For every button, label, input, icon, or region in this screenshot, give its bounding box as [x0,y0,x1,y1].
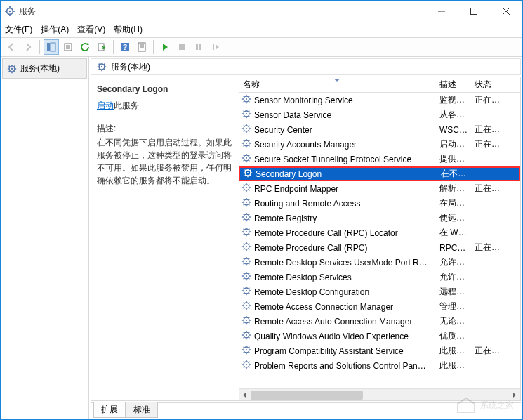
service-row[interactable]: Remote Desktop Configuration远程… [239,284,520,299]
svg-point-248 [246,246,247,247]
service-name: Remote Desktop Services [254,273,352,282]
service-name: RPC Endpoint Mapper [254,184,338,194]
service-row[interactable]: Remote Desktop Services UserMode Port R…… [239,255,520,270]
watermark: 系统之家 [456,397,514,414]
service-desc: 在 W… [435,227,470,239]
service-row[interactable]: Remote Access Connection Manager管理… [239,299,520,314]
stop-service-button[interactable] [174,39,190,55]
export-button[interactable] [94,39,110,55]
service-state: 正在… [470,138,520,150]
svg-point-328 [246,305,247,306]
menu-view[interactable]: 查看(V) [77,24,105,36]
service-name: Security Accounts Manager [254,140,357,150]
tab-standard[interactable]: 标准 [126,402,158,418]
svg-line-376 [249,332,249,333]
svg-line-33 [9,65,10,66]
forward-button[interactable] [20,39,36,55]
service-name: Problem Reports and Solutions Control Pa… [254,361,426,371]
service-name: Remote Registry [254,214,317,223]
menu-bar: 文件(F) 操作(A) 查看(V) 帮助(H) [1,22,522,37]
svg-line-336 [249,303,249,303]
svg-point-288 [246,275,247,277]
list-body[interactable]: Sensor Monitoring Service监视…正在…Sensor Da… [239,93,520,388]
toolbar-separator [153,40,154,54]
service-row[interactable]: Sensor Data Service从各… [239,107,520,122]
properties-button[interactable] [60,39,76,55]
service-row[interactable]: Sensor Monitoring Service监视…正在… [239,93,520,107]
selected-service-name: Secondary Logon [97,84,233,94]
column-header-name[interactable]: 名称 [239,77,435,92]
service-row[interactable]: Secondary Logon在不… [239,166,520,181]
column-header-desc[interactable]: 描述 [435,77,470,92]
svg-rect-7 [471,8,477,15]
menu-file[interactable]: 文件(F) [5,24,32,36]
properties-sheet-button[interactable] [134,39,150,55]
gear-icon [7,64,17,74]
detail-panel: Secondary Logon 启动此服务 描述: 在不同凭据下启用启动过程。如… [91,77,239,400]
service-desc: 管理… [435,301,470,313]
scroll-left-arrow[interactable] [239,389,251,400]
service-row[interactable]: Remote Procedure Call (RPC) Locator在 W… [239,225,520,240]
service-desc: 远程… [435,286,470,298]
svg-rect-24 [196,44,198,50]
svg-line-393 [244,347,244,348]
service-row[interactable]: Routing and Remote Access在局… [239,196,520,211]
service-desc: 解析… [435,183,470,195]
service-state: 正在… [470,124,520,136]
toolbar: ? [1,37,522,57]
start-service-link[interactable]: 启动 [97,100,114,110]
service-row[interactable]: Security CenterWSC…正在… [239,122,520,137]
service-row[interactable]: Remote Registry使远… [239,211,520,225]
svg-line-414 [249,367,249,367]
back-button[interactable] [4,39,19,55]
service-row[interactable]: Remote Access Auto Connection Manager无论… [239,314,520,329]
service-desc: RPC… [435,243,470,253]
pause-service-button[interactable] [191,39,206,55]
service-name: Sensor Monitoring Service [254,96,353,105]
service-name: Program Compatibility Assistant Service [254,346,404,356]
tree-root-services[interactable]: 服务(本地) [2,58,87,79]
service-row[interactable]: Secure Socket Tunneling Protocol Service… [239,152,520,166]
svg-line-256 [249,244,249,244]
title-bar: 服务 [1,1,522,22]
service-row[interactable]: Problem Reports and Solutions Control Pa… [239,358,520,373]
service-row[interactable]: Quality Windows Audio Video Experience优质… [239,329,520,343]
svg-line-194 [249,204,249,205]
service-name: Remote Procedure Call (RPC) [254,243,367,253]
svg-point-348 [246,320,247,321]
service-desc: 启动… [435,138,470,150]
toolbar-separator [113,40,114,54]
service-name: Security Center [254,125,312,135]
scroll-thumb[interactable] [251,391,363,400]
tree-pane: 服务(本地) [1,57,89,419]
sort-indicator-icon [334,79,340,82]
service-row[interactable]: Remote Procedure Call (RPC)RPC…正在… [239,240,520,255]
restart-service-button[interactable] [208,39,223,55]
help-button[interactable]: ? [117,39,133,55]
column-header-state[interactable]: 状态 [470,77,520,92]
service-row[interactable]: Security Accounts Manager启动…正在… [239,137,520,152]
maximize-button[interactable] [458,1,490,22]
svg-text:?: ? [123,43,128,51]
menu-action[interactable]: 操作(A) [41,24,69,36]
show-hide-tree-button[interactable] [44,39,59,55]
close-button[interactable] [490,1,522,22]
start-service-button[interactable] [157,39,173,55]
refresh-button[interactable] [77,39,93,55]
svg-line-295 [244,278,244,279]
service-row[interactable]: RPC Endpoint Mapper解析…正在… [239,181,520,196]
menu-help[interactable]: 帮助(H) [114,24,143,36]
svg-line-173 [244,185,244,185]
gear-icon [241,242,251,254]
service-row[interactable]: Program Compatibility Assistant Service此… [239,343,520,358]
tab-extended[interactable]: 扩展 [93,402,126,418]
svg-line-234 [249,234,249,235]
gear-icon [241,227,251,239]
window-title: 服务 [19,6,36,18]
svg-line-115 [244,145,244,146]
svg-line-36 [14,65,15,66]
minimize-button[interactable] [425,1,458,22]
svg-line-164 [250,175,251,176]
svg-line-316 [249,288,249,289]
service-row[interactable]: Remote Desktop Services允许… [239,270,520,284]
